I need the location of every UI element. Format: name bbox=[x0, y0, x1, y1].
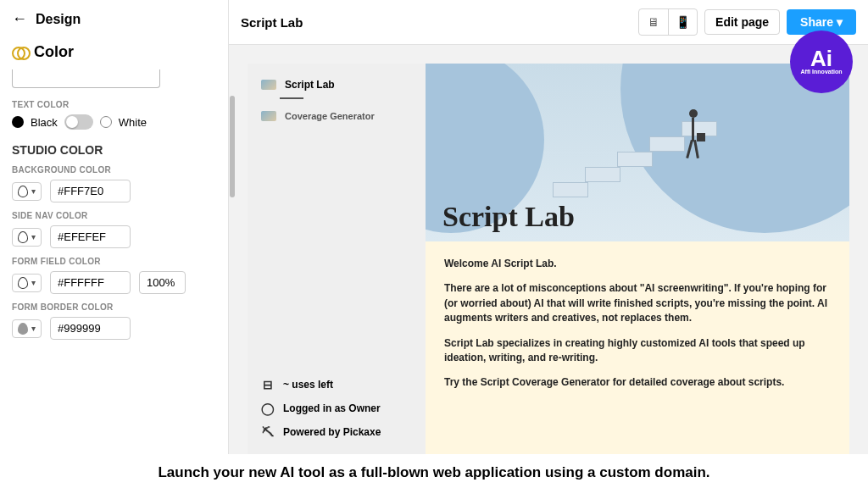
nav-item-label: Coverage Generator bbox=[285, 111, 375, 121]
intro-p1: Welcome AI Script Lab. bbox=[444, 257, 831, 271]
formborder-color-picker[interactable]: ▾ bbox=[12, 319, 42, 338]
drop-icon bbox=[18, 231, 28, 243]
drop-icon bbox=[18, 186, 28, 197]
chevron-down-icon: ▾ bbox=[31, 232, 36, 241]
nav-item-coverage[interactable]: Coverage Generator bbox=[261, 111, 412, 121]
design-title: Design bbox=[36, 12, 81, 27]
meter-icon: ⊟ bbox=[261, 378, 275, 391]
nav-icon bbox=[261, 80, 276, 90]
edit-page-button[interactable]: Edit page bbox=[704, 9, 780, 35]
studio-color-heading: STUDIO COLOR bbox=[12, 143, 216, 157]
preview-side-nav: Script Lab Coverage Generator ⊟~ uses le… bbox=[248, 64, 426, 454]
intro-p3: Script Lab specializes in creating highl… bbox=[444, 336, 831, 366]
black-dot-icon bbox=[12, 116, 24, 128]
site-preview: Script Lab Coverage Generator ⊟~ uses le… bbox=[248, 64, 849, 454]
device-toggle: 🖥 📱 bbox=[638, 8, 698, 36]
uses-left: ⊟~ uses left bbox=[261, 378, 412, 391]
drop-icon bbox=[18, 277, 28, 289]
nav-item-scriptlab[interactable]: Script Lab bbox=[261, 79, 412, 91]
badge-small-text: Affi Innovation bbox=[801, 69, 843, 75]
nav-item-label: Script Lab bbox=[285, 79, 335, 91]
hero-title: Script Lab bbox=[442, 201, 575, 233]
nav-underline bbox=[280, 97, 303, 99]
page-title: Script Lab bbox=[241, 15, 303, 30]
preview-content: Script Lab Welcome AI Script Lab. There … bbox=[426, 64, 849, 454]
chevron-down-icon: ▾ bbox=[31, 324, 36, 333]
design-panel: ← Design Color TEXT COLOR Black White ST… bbox=[0, 0, 229, 454]
pickaxe-icon: ⛏ bbox=[261, 425, 275, 439]
badge-big-text: Ai bbox=[810, 49, 832, 69]
formfield-color-label: FORM FIELD COLOR bbox=[12, 257, 216, 266]
marketing-caption: Launch your new AI tool as a full-blown … bbox=[0, 464, 868, 481]
uses-left-label: ~ uses left bbox=[283, 379, 333, 391]
intro-p2: There are a lot of misconceptions about … bbox=[444, 281, 831, 325]
black-label: Black bbox=[31, 116, 58, 129]
user-icon: ◯ bbox=[261, 402, 275, 415]
white-label: White bbox=[119, 116, 147, 129]
bg-color-picker[interactable]: ▾ bbox=[12, 182, 42, 201]
ai-badge: Ai Affi Innovation bbox=[790, 30, 853, 93]
nav-icon bbox=[261, 111, 276, 121]
swatch-preview[interactable] bbox=[12, 69, 160, 88]
desktop-icon[interactable]: 🖥 bbox=[639, 9, 668, 35]
bg-color-label: BACKGROUND COLOR bbox=[12, 165, 216, 175]
sidenav-color-picker[interactable]: ▾ bbox=[12, 228, 42, 247]
chevron-down-icon: ▾ bbox=[31, 278, 36, 287]
powered-label: Powered by Pickaxe bbox=[283, 426, 381, 438]
back-arrow-icon[interactable]: ← bbox=[12, 10, 27, 28]
logged-in-label: Logged in as Owner bbox=[283, 402, 381, 414]
drop-icon bbox=[18, 323, 28, 335]
chevron-down-icon: ▾ bbox=[837, 15, 843, 29]
formfield-hex-input[interactable] bbox=[50, 271, 131, 294]
sidenav-hex-input[interactable] bbox=[50, 225, 131, 248]
white-dot-icon bbox=[100, 116, 112, 128]
text-color-label: TEXT COLOR bbox=[12, 100, 216, 109]
sidenav-color-label: SIDE NAV COLOR bbox=[12, 211, 216, 220]
formfield-color-picker[interactable]: ▾ bbox=[12, 274, 42, 292]
logged-in-as: ◯Logged in as Owner bbox=[261, 402, 412, 415]
formfield-opacity-input[interactable] bbox=[139, 271, 186, 294]
intro-p4: Try the Script Coverage Generator for de… bbox=[444, 375, 831, 390]
bg-hex-input[interactable] bbox=[50, 180, 131, 202]
color-heading: Color bbox=[34, 43, 74, 61]
preview-scrollbar[interactable] bbox=[229, 45, 236, 454]
main-area: Script Lab 🖥 📱 Edit page Share▾ Ai Affi … bbox=[229, 0, 868, 454]
powered-by: ⛏Powered by Pickaxe bbox=[261, 425, 412, 439]
text-color-toggle[interactable] bbox=[64, 114, 93, 130]
top-bar: Script Lab 🖥 📱 Edit page Share▾ bbox=[229, 0, 868, 45]
color-rings-icon bbox=[12, 44, 29, 61]
share-label: Share bbox=[800, 15, 833, 29]
mobile-icon[interactable]: 📱 bbox=[668, 9, 697, 35]
chevron-down-icon: ▾ bbox=[31, 186, 36, 196]
hero-image: Script Lab bbox=[426, 64, 849, 241]
formborder-hex-input[interactable] bbox=[50, 317, 131, 340]
formborder-color-label: FORM BORDER COLOR bbox=[12, 302, 216, 312]
